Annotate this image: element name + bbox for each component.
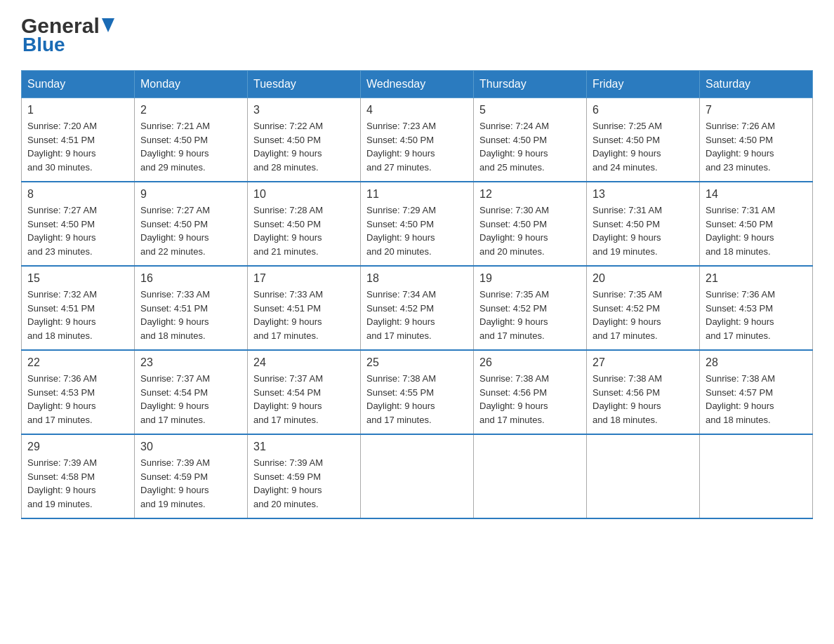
day-number: 23 — [140, 356, 241, 369]
day-info: Sunrise: 7:24 AMSunset: 4:50 PMDaylight:… — [479, 119, 581, 174]
day-cell-14: 14Sunrise: 7:31 AMSunset: 4:50 PMDayligh… — [700, 182, 813, 266]
day-info: Sunrise: 7:39 AMSunset: 4:58 PMDaylight:… — [27, 456, 128, 511]
day-number: 17 — [253, 272, 355, 285]
col-header-saturday: Saturday — [700, 71, 813, 98]
day-cell-28: 28Sunrise: 7:38 AMSunset: 4:57 PMDayligh… — [700, 350, 813, 434]
day-info: Sunrise: 7:39 AMSunset: 4:59 PMDaylight:… — [253, 456, 355, 511]
day-number: 30 — [140, 441, 241, 453]
day-cell-3: 3Sunrise: 7:22 AMSunset: 4:50 PMDaylight… — [248, 98, 361, 182]
day-info: Sunrise: 7:27 AMSunset: 4:50 PMDaylight:… — [27, 203, 128, 258]
empty-cell — [700, 434, 813, 518]
day-info: Sunrise: 7:37 AMSunset: 4:54 PMDaylight:… — [253, 372, 355, 427]
day-info: Sunrise: 7:22 AMSunset: 4:50 PMDaylight:… — [253, 119, 355, 174]
empty-cell — [474, 434, 587, 518]
day-cell-2: 2Sunrise: 7:21 AMSunset: 4:50 PMDaylight… — [135, 98, 248, 182]
week-row-2: 8Sunrise: 7:27 AMSunset: 4:50 PMDaylight… — [22, 182, 813, 266]
day-info: Sunrise: 7:36 AMSunset: 4:53 PMDaylight:… — [27, 372, 128, 427]
day-info: Sunrise: 7:33 AMSunset: 4:51 PMDaylight:… — [253, 288, 355, 342]
day-info: Sunrise: 7:31 AMSunset: 4:50 PMDaylight:… — [593, 203, 694, 258]
day-cell-5: 5Sunrise: 7:24 AMSunset: 4:50 PMDaylight… — [474, 98, 587, 182]
week-row-3: 15Sunrise: 7:32 AMSunset: 4:51 PMDayligh… — [22, 266, 813, 350]
day-cell-13: 13Sunrise: 7:31 AMSunset: 4:50 PMDayligh… — [587, 182, 700, 266]
day-number: 16 — [140, 272, 241, 285]
empty-cell — [587, 434, 700, 518]
day-number: 13 — [593, 188, 694, 201]
day-info: Sunrise: 7:34 AMSunset: 4:52 PMDaylight:… — [366, 288, 468, 342]
day-number: 8 — [27, 188, 128, 201]
day-cell-11: 11Sunrise: 7:29 AMSunset: 4:50 PMDayligh… — [361, 182, 474, 266]
logo: General Blue — [21, 14, 114, 56]
day-number: 31 — [253, 441, 355, 453]
day-info: Sunrise: 7:23 AMSunset: 4:50 PMDaylight:… — [366, 119, 468, 174]
day-info: Sunrise: 7:33 AMSunset: 4:51 PMDaylight:… — [140, 288, 241, 342]
day-info: Sunrise: 7:20 AMSunset: 4:51 PMDaylight:… — [27, 119, 128, 174]
day-number: 24 — [253, 356, 355, 369]
day-info: Sunrise: 7:35 AMSunset: 4:52 PMDaylight:… — [593, 288, 694, 342]
day-cell-31: 31Sunrise: 7:39 AMSunset: 4:59 PMDayligh… — [248, 434, 361, 518]
day-cell-20: 20Sunrise: 7:35 AMSunset: 4:52 PMDayligh… — [587, 266, 700, 350]
day-info: Sunrise: 7:38 AMSunset: 4:56 PMDaylight:… — [479, 372, 581, 427]
calendar-header-row: SundayMondayTuesdayWednesdayThursdayFrid… — [22, 71, 813, 98]
col-header-monday: Monday — [135, 71, 248, 98]
col-header-tuesday: Tuesday — [248, 71, 361, 98]
day-number: 5 — [479, 104, 581, 116]
day-info: Sunrise: 7:36 AMSunset: 4:53 PMDaylight:… — [706, 288, 807, 342]
day-info: Sunrise: 7:38 AMSunset: 4:56 PMDaylight:… — [593, 372, 694, 427]
day-info: Sunrise: 7:28 AMSunset: 4:50 PMDaylight:… — [253, 203, 355, 258]
week-row-4: 22Sunrise: 7:36 AMSunset: 4:53 PMDayligh… — [22, 350, 813, 434]
logo-arrow-icon — [102, 18, 114, 35]
day-cell-18: 18Sunrise: 7:34 AMSunset: 4:52 PMDayligh… — [361, 266, 474, 350]
day-info: Sunrise: 7:29 AMSunset: 4:50 PMDaylight:… — [366, 203, 468, 258]
day-cell-24: 24Sunrise: 7:37 AMSunset: 4:54 PMDayligh… — [248, 350, 361, 434]
day-number: 14 — [706, 188, 807, 201]
day-cell-6: 6Sunrise: 7:25 AMSunset: 4:50 PMDaylight… — [587, 98, 700, 182]
day-number: 2 — [140, 104, 241, 116]
week-row-1: 1Sunrise: 7:20 AMSunset: 4:51 PMDaylight… — [22, 98, 813, 182]
day-number: 4 — [366, 104, 468, 116]
day-info: Sunrise: 7:35 AMSunset: 4:52 PMDaylight:… — [479, 288, 581, 342]
day-cell-10: 10Sunrise: 7:28 AMSunset: 4:50 PMDayligh… — [248, 182, 361, 266]
day-info: Sunrise: 7:27 AMSunset: 4:50 PMDaylight:… — [140, 203, 241, 258]
day-cell-25: 25Sunrise: 7:38 AMSunset: 4:55 PMDayligh… — [361, 350, 474, 434]
day-info: Sunrise: 7:25 AMSunset: 4:50 PMDaylight:… — [593, 119, 694, 174]
day-number: 19 — [479, 272, 581, 285]
day-cell-12: 12Sunrise: 7:30 AMSunset: 4:50 PMDayligh… — [474, 182, 587, 266]
day-cell-27: 27Sunrise: 7:38 AMSunset: 4:56 PMDayligh… — [587, 350, 700, 434]
day-cell-1: 1Sunrise: 7:20 AMSunset: 4:51 PMDaylight… — [22, 98, 135, 182]
day-cell-8: 8Sunrise: 7:27 AMSunset: 4:50 PMDaylight… — [22, 182, 135, 266]
day-info: Sunrise: 7:30 AMSunset: 4:50 PMDaylight:… — [479, 203, 581, 258]
day-number: 10 — [253, 188, 355, 201]
day-cell-15: 15Sunrise: 7:32 AMSunset: 4:51 PMDayligh… — [22, 266, 135, 350]
day-number: 12 — [479, 188, 581, 201]
day-number: 29 — [27, 441, 128, 453]
day-number: 15 — [27, 272, 128, 285]
week-row-5: 29Sunrise: 7:39 AMSunset: 4:58 PMDayligh… — [22, 434, 813, 518]
day-cell-19: 19Sunrise: 7:35 AMSunset: 4:52 PMDayligh… — [474, 266, 587, 350]
day-cell-21: 21Sunrise: 7:36 AMSunset: 4:53 PMDayligh… — [700, 266, 813, 350]
day-number: 9 — [140, 188, 241, 201]
day-number: 28 — [706, 356, 807, 369]
day-cell-17: 17Sunrise: 7:33 AMSunset: 4:51 PMDayligh… — [248, 266, 361, 350]
svg-marker-0 — [102, 18, 114, 32]
empty-cell — [361, 434, 474, 518]
day-number: 1 — [27, 104, 128, 116]
day-number: 11 — [366, 188, 468, 201]
day-number: 27 — [593, 356, 694, 369]
day-cell-4: 4Sunrise: 7:23 AMSunset: 4:50 PMDaylight… — [361, 98, 474, 182]
day-cell-9: 9Sunrise: 7:27 AMSunset: 4:50 PMDaylight… — [135, 182, 248, 266]
day-number: 7 — [706, 104, 807, 116]
calendar-table: SundayMondayTuesdayWednesdayThursdayFrid… — [21, 70, 813, 519]
day-cell-26: 26Sunrise: 7:38 AMSunset: 4:56 PMDayligh… — [474, 350, 587, 434]
logo-blue-text: Blue — [22, 34, 65, 56]
day-number: 25 — [366, 356, 468, 369]
day-number: 21 — [706, 272, 807, 285]
day-cell-16: 16Sunrise: 7:33 AMSunset: 4:51 PMDayligh… — [135, 266, 248, 350]
day-info: Sunrise: 7:38 AMSunset: 4:57 PMDaylight:… — [706, 372, 807, 427]
day-info: Sunrise: 7:21 AMSunset: 4:50 PMDaylight:… — [140, 119, 241, 174]
day-info: Sunrise: 7:37 AMSunset: 4:54 PMDaylight:… — [140, 372, 241, 427]
day-number: 22 — [27, 356, 128, 369]
day-number: 26 — [479, 356, 581, 369]
day-number: 20 — [593, 272, 694, 285]
col-header-friday: Friday — [587, 71, 700, 98]
day-cell-23: 23Sunrise: 7:37 AMSunset: 4:54 PMDayligh… — [135, 350, 248, 434]
